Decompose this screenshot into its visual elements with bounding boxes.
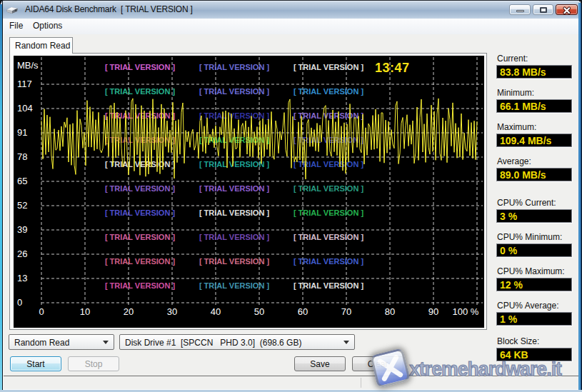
svg-text:[ TRIAL VERSION ]: [ TRIAL VERSION ] — [293, 208, 364, 217]
svg-text:[ TRIAL VERSION ]: [ TRIAL VERSION ] — [105, 233, 176, 241]
svg-text:60: 60 — [298, 306, 308, 317]
svg-text:[ TRIAL VERSION ]: [ TRIAL VERSION ] — [199, 184, 270, 193]
svg-text:[ TRIAL VERSION ]: [ TRIAL VERSION ] — [105, 257, 176, 266]
svg-text:[ TRIAL VERSION ]: [ TRIAL VERSION ] — [293, 111, 364, 120]
svg-text:90: 90 — [428, 306, 438, 317]
svg-text:[ TRIAL VERSION ]: [ TRIAL VERSION ] — [105, 208, 176, 217]
svg-text:[ TRIAL VERSION ]: [ TRIAL VERSION ] — [105, 87, 176, 96]
svg-text:78: 78 — [17, 151, 27, 162]
svg-text:50: 50 — [254, 306, 264, 317]
svg-text:117: 117 — [17, 79, 32, 89]
svg-text:[ TRIAL VERSION ]: [ TRIAL VERSION ] — [105, 184, 176, 193]
svg-text:100 %: 100 % — [453, 306, 479, 317]
svg-text:10: 10 — [80, 306, 90, 317]
svg-text:52: 52 — [17, 200, 27, 211]
svg-text:[ TRIAL VERSION ]: [ TRIAL VERSION ] — [199, 281, 270, 290]
svg-text:[ TRIAL VERSION ]: [ TRIAL VERSION ] — [199, 257, 270, 266]
svg-text:30: 30 — [167, 306, 177, 317]
svg-text:20: 20 — [124, 306, 134, 317]
svg-text:[ TRIAL VERSION ]: [ TRIAL VERSION ] — [293, 281, 364, 290]
svg-text:[ TRIAL VERSION ]: [ TRIAL VERSION ] — [199, 111, 270, 120]
svg-text:70: 70 — [341, 306, 351, 317]
svg-text:80: 80 — [385, 306, 395, 317]
svg-text:MB/s: MB/s — [17, 60, 39, 71]
svg-text:[ TRIAL VERSION ]: [ TRIAL VERSION ] — [293, 257, 364, 266]
svg-text:0: 0 — [39, 306, 44, 317]
svg-text:91: 91 — [17, 127, 27, 138]
svg-text:[ TRIAL VERSION ]: [ TRIAL VERSION ] — [293, 233, 364, 241]
svg-text:0: 0 — [17, 297, 22, 308]
svg-text:13:47: 13:47 — [375, 61, 410, 75]
svg-text:[ TRIAL VERSION ]: [ TRIAL VERSION ] — [293, 87, 364, 96]
svg-text:[ TRIAL VERSION ]: [ TRIAL VERSION ] — [293, 63, 364, 71]
svg-text:[ TRIAL VERSION ]: [ TRIAL VERSION ] — [199, 87, 270, 96]
svg-text:[ TRIAL VERSION ]: [ TRIAL VERSION ] — [293, 160, 364, 169]
svg-text:[ TRIAL VERSION ]: [ TRIAL VERSION ] — [199, 208, 270, 217]
svg-text:[ TRIAL VERSION ]: [ TRIAL VERSION ] — [199, 233, 270, 241]
svg-text:26: 26 — [17, 248, 27, 259]
svg-text:[ TRIAL VERSION ]: [ TRIAL VERSION ] — [105, 63, 176, 71]
svg-text:104: 104 — [17, 103, 33, 114]
svg-text:[ TRIAL VERSION ]: [ TRIAL VERSION ] — [105, 281, 176, 290]
svg-text:[ TRIAL VERSION ]: [ TRIAL VERSION ] — [199, 160, 270, 169]
svg-text:40: 40 — [211, 306, 221, 317]
svg-text:65: 65 — [17, 176, 27, 186]
svg-text:13: 13 — [17, 273, 27, 283]
svg-text:[ TRIAL VERSION ]: [ TRIAL VERSION ] — [293, 184, 364, 193]
svg-text:39: 39 — [17, 224, 27, 235]
svg-text:[ TRIAL VERSION ]: [ TRIAL VERSION ] — [199, 63, 270, 71]
